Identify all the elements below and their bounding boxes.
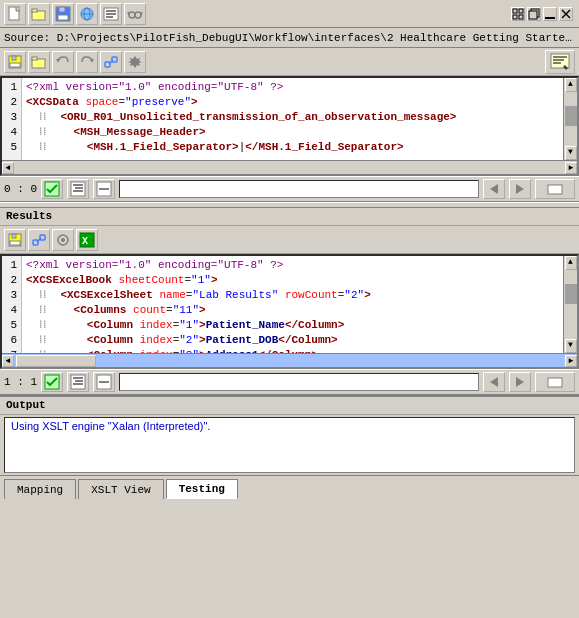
svg-marker-46	[490, 184, 498, 194]
svg-rect-5	[58, 15, 68, 20]
results-xml-code[interactable]: <?xml version="1.0" encoding="UTF-8" ?> …	[22, 256, 563, 353]
svg-marker-47	[516, 184, 524, 194]
results-toolbar: X	[0, 226, 579, 254]
results-validate-button[interactable]	[41, 372, 63, 392]
results-link-button[interactable]	[28, 229, 50, 251]
source-path: D:\Projects\PilotFish_DebugUI\Workflow\i…	[57, 32, 579, 44]
top-extra-button[interactable]	[535, 179, 575, 199]
svg-rect-29	[32, 57, 37, 60]
results-vscroll[interactable]: ▲ ▼	[563, 256, 577, 353]
results-search-input[interactable]	[119, 373, 479, 391]
results-save-button[interactable]	[4, 229, 26, 251]
svg-rect-19	[519, 15, 523, 19]
results-format-button[interactable]	[67, 372, 89, 392]
svg-rect-2	[32, 9, 37, 12]
results-label: Results	[0, 208, 579, 226]
tab-testing[interactable]: Testing	[166, 479, 238, 499]
top-next-button[interactable]	[509, 179, 531, 199]
svg-marker-30	[56, 59, 60, 62]
svg-rect-51	[10, 241, 20, 245]
svg-rect-50	[12, 234, 16, 238]
top-toolbar	[0, 0, 579, 28]
svg-marker-66	[516, 377, 524, 387]
svg-marker-31	[90, 59, 94, 62]
svg-point-13	[129, 12, 135, 18]
top-save-button[interactable]	[4, 51, 26, 73]
globe-button[interactable]	[76, 3, 98, 25]
svg-rect-59	[71, 375, 85, 389]
close-window-button[interactable]	[559, 7, 573, 21]
top-link-button[interactable]	[100, 51, 122, 73]
output-section: Output Using XSLT engine "Xalan (Interpr…	[0, 395, 579, 475]
svg-marker-65	[490, 377, 498, 387]
svg-point-55	[61, 238, 65, 242]
top-position: 0 : 0	[4, 183, 37, 195]
new-button[interactable]	[4, 3, 26, 25]
top-status-bar: 0 : 0	[0, 176, 579, 202]
svg-rect-26	[12, 56, 16, 60]
output-label: Output	[0, 397, 579, 415]
svg-point-14	[135, 12, 141, 18]
results-prev-button[interactable]	[483, 372, 505, 392]
svg-rect-67	[548, 378, 562, 387]
save-button[interactable]	[52, 3, 74, 25]
results-view-button[interactable]	[52, 229, 74, 251]
top-editor-toolbar	[0, 48, 579, 76]
results-position: 1 : 1	[4, 376, 37, 388]
list-button[interactable]	[100, 3, 122, 25]
source-bar: Source: D:\Projects\PilotFish_DebugUI\Wo…	[0, 28, 579, 48]
source-label: Source:	[4, 32, 50, 44]
top-vscroll-thumb[interactable]	[565, 106, 577, 126]
top-line-numbers: 1 2 3 4 5	[2, 78, 22, 160]
svg-rect-17	[519, 9, 523, 13]
svg-rect-27	[10, 63, 20, 67]
svg-rect-21	[529, 11, 537, 19]
svg-text:X: X	[82, 236, 88, 247]
svg-rect-33	[112, 57, 117, 62]
top-tools-button[interactable]	[124, 51, 146, 73]
bottom-tabs: Mapping XSLT View Testing	[0, 475, 579, 499]
top-xml-code[interactable]: <?xml version="1.0" encoding="UTF-8" ?> …	[22, 78, 563, 160]
results-extra-button[interactable]	[535, 372, 575, 392]
svg-rect-16	[513, 9, 517, 13]
validate-button[interactable]	[41, 179, 63, 199]
svg-rect-4	[59, 7, 65, 12]
tile-window-button[interactable]	[511, 7, 525, 21]
tab-xslt-view[interactable]: XSLT View	[78, 479, 163, 499]
top-prev-button[interactable]	[483, 179, 505, 199]
svg-rect-48	[548, 185, 562, 194]
svg-rect-34	[551, 54, 569, 68]
svg-rect-18	[513, 15, 517, 19]
svg-rect-32	[105, 62, 110, 67]
top-undo-button[interactable]	[52, 51, 74, 73]
results-next-button[interactable]	[509, 372, 531, 392]
results-status-bar: 1 : 1	[0, 369, 579, 395]
tab-mapping[interactable]: Mapping	[4, 479, 76, 499]
open-button[interactable]	[28, 3, 50, 25]
minimize-window-button[interactable]	[543, 7, 557, 21]
glasses-button[interactable]	[124, 3, 146, 25]
top-xml-editor[interactable]: 1 2 3 4 5 <?xml version="1.0" encoding="…	[0, 76, 579, 176]
svg-rect-52	[33, 240, 38, 245]
results-excel-button[interactable]: X	[76, 229, 98, 251]
top-search-input[interactable]	[119, 180, 479, 198]
results-collapse-button[interactable]	[93, 372, 115, 392]
top-vscroll[interactable]: ▲ ▼	[563, 78, 577, 160]
svg-rect-40	[71, 182, 85, 196]
collapse-button[interactable]	[93, 179, 115, 199]
top-edit-button[interactable]	[545, 50, 575, 74]
top-redo-button[interactable]	[76, 51, 98, 73]
top-hscroll[interactable]: ◄ ►	[2, 160, 577, 174]
top-open-button[interactable]	[28, 51, 50, 73]
output-content: Using XSLT engine "Xalan (Interpreted)".	[4, 417, 575, 473]
results-line-numbers: 1 2 3 4 5 6 7	[2, 256, 22, 353]
results-xml-editor[interactable]: 1 2 3 4 5 6 7 <?xml version="1.0" encodi…	[0, 254, 579, 369]
svg-rect-53	[40, 235, 45, 240]
output-text: Using XSLT engine "Xalan (Interpreted)".	[11, 420, 568, 432]
restore-window-button[interactable]	[527, 7, 541, 21]
results-hscroll[interactable]: ◄ ►	[2, 353, 577, 367]
results-vscroll-thumb[interactable]	[565, 284, 577, 304]
format-button[interactable]	[67, 179, 89, 199]
